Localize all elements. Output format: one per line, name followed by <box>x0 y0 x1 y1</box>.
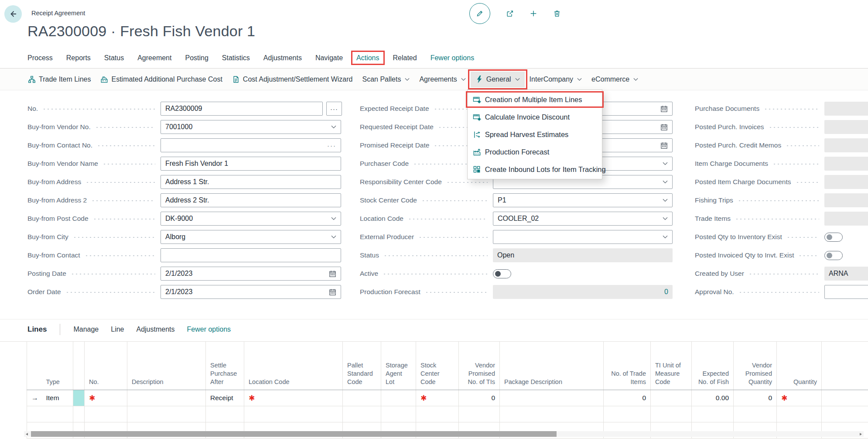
ribbon-scan-pallets-button[interactable]: Scan Pallets <box>357 72 414 87</box>
column-header-pallet-standard-code[interactable]: Pallet Standard Code <box>343 342 381 390</box>
grid-cell[interactable] <box>692 406 734 422</box>
ribbon-estimated-additional-purchase-cost-button[interactable]: Estimated Additional Purchase Cost <box>96 72 227 87</box>
tab-adjustments[interactable]: Adjustments <box>263 54 302 65</box>
toggle-posted-invoiced-qty-to-invt-exist[interactable] <box>824 251 843 260</box>
toggle-active[interactable] <box>493 269 511 278</box>
input-order-date[interactable]: 2/1/2023 <box>161 285 341 299</box>
column-header-settle-purchase-after[interactable]: Settle Purchase After <box>206 342 244 390</box>
menu-item-creation-of-multiple-item-lines[interactable]: Creation of Multiple Item Lines <box>468 91 602 108</box>
lines-menu-manage[interactable]: Manage <box>73 326 99 333</box>
input-posting-date[interactable]: 2/1/2023 <box>161 267 341 281</box>
input-stock-center-code[interactable]: P1 <box>493 193 673 207</box>
tab-related[interactable]: Related <box>393 54 417 65</box>
input-buy-from-post-code[interactable]: DK-9000 <box>161 212 341 226</box>
input-buy-from-contact-no[interactable]: ··· <box>161 138 341 152</box>
column-header-type[interactable]: Type <box>42 342 73 390</box>
menu-item-production-forecast[interactable]: Production Forecast <box>468 143 602 161</box>
grid-cell[interactable]: ✱ <box>416 390 459 406</box>
input-buy-from-address-2[interactable]: Address 2 Str. <box>161 193 341 207</box>
grid-cell[interactable]: Item <box>42 390 73 406</box>
horizontal-scrollbar[interactable] <box>24 431 864 437</box>
input-external-producer[interactable] <box>493 230 673 244</box>
tab-status[interactable]: Status <box>104 54 124 65</box>
grid-cell[interactable] <box>244 406 343 422</box>
assist-edit-button[interactable]: ··· <box>326 102 342 116</box>
grid-cell[interactable] <box>381 390 416 406</box>
back-button[interactable] <box>4 5 22 23</box>
ribbon-trade-item-lines-button[interactable]: Trade Item Lines <box>23 72 96 87</box>
grid-cell[interactable] <box>604 406 651 422</box>
grid-cell[interactable] <box>500 406 604 422</box>
menu-item-spread-harvest-estimates[interactable]: Spread Harvest Estimates <box>468 126 602 143</box>
column-header-no[interactable]: No. <box>85 342 127 390</box>
input-buy-from-vendor-no[interactable]: 7001000 <box>161 120 341 134</box>
grid-cell[interactable] <box>651 390 692 406</box>
grid-cell[interactable]: ✱ <box>244 390 343 406</box>
lines-menu-fewer-options[interactable]: Fewer options <box>187 326 231 333</box>
grid-cell[interactable] <box>127 406 206 422</box>
lines-menu-adjustments[interactable]: Adjustments <box>136 326 174 333</box>
grid-cell[interactable] <box>822 406 868 422</box>
grid-cell[interactable] <box>777 406 822 422</box>
column-header-stock-center-code[interactable]: Stock Center Code <box>416 342 459 390</box>
column-header-no-of-trade-items[interactable]: No. of Trade Items <box>604 342 651 390</box>
input-no[interactable]: RA2300009 <box>161 102 323 116</box>
ribbon-cost-adjustment-settlement-wizard-button[interactable]: Cost Adjustment/Settlement Wizard <box>227 72 358 87</box>
tab-statistics[interactable]: Statistics <box>222 54 250 65</box>
grid-cell[interactable]: ✱ <box>777 390 822 406</box>
scrollbar-thumb[interactable] <box>31 431 557 437</box>
grid-cell[interactable]: 0 <box>734 390 777 406</box>
column-header-vendor-promised-no-of-tis[interactable]: Vendor Promised No. of TIs <box>459 342 500 390</box>
column-header-storage-agent-lot[interactable]: Storage Agent Lot <box>381 342 416 390</box>
edit-button[interactable] <box>469 3 490 24</box>
column-header-description[interactable]: Description <box>127 342 206 390</box>
input-buy-from-address[interactable]: Address 1 Str. <box>161 175 341 189</box>
ellipsis-icon[interactable]: ··· <box>327 142 336 149</box>
new-button[interactable] <box>530 10 537 17</box>
grid-cell[interactable] <box>459 406 500 422</box>
grid-cell[interactable] <box>822 390 868 406</box>
column-header-quantity[interactable]: Quantity <box>777 342 822 390</box>
grid-cell[interactable] <box>500 390 604 406</box>
grid-cell[interactable]: Receipt <box>206 390 244 406</box>
menu-item-create-inbound-lots-for-item-tracking[interactable]: Create Inbound Lots for Item Tracking <box>468 161 602 178</box>
lines-menu-line[interactable]: Line <box>111 326 124 333</box>
grid-cell[interactable]: ✱ <box>85 390 127 406</box>
column-header-ti-unit-of-measure-code[interactable]: TI Unit of Measure Code <box>651 342 692 390</box>
ribbon-ecommerce-button[interactable]: eCommerce <box>587 72 643 87</box>
column-header-location-code[interactable]: Location Code <box>244 342 343 390</box>
input-location-code[interactable]: COOLER_02 <box>493 212 673 226</box>
tab-agreement[interactable]: Agreement <box>137 54 171 65</box>
grid-cell[interactable] <box>42 406 73 422</box>
tab-navigate[interactable]: Navigate <box>315 54 343 65</box>
share-button[interactable] <box>506 10 514 17</box>
tab-reports[interactable]: Reports <box>66 54 91 65</box>
column-header-package-description[interactable]: Package Description <box>500 342 604 390</box>
input-buy-from-vendor-name[interactable]: Fresh Fish Vendor 1 <box>161 157 341 171</box>
grid-cell[interactable] <box>85 406 127 422</box>
grid-cell[interactable] <box>206 406 244 422</box>
ribbon-general-button[interactable]: General <box>471 72 525 87</box>
tab-process[interactable]: Process <box>27 54 53 65</box>
toggle-posted-qty-to-inventory-exist[interactable] <box>824 233 843 242</box>
grid-cell[interactable]: 0 <box>459 390 500 406</box>
grid-cell[interactable] <box>734 406 777 422</box>
scroll-right-icon[interactable] <box>860 433 862 436</box>
ribbon-agreements-button[interactable]: Agreements <box>414 72 470 87</box>
grid-cell[interactable]: 0.00 <box>692 390 734 406</box>
ribbon-intercompany-button[interactable]: InterCompany <box>525 72 587 87</box>
column-header-expected-no-of-fish[interactable]: Expected No. of Fish <box>692 342 734 390</box>
grid-cell[interactable] <box>343 406 381 422</box>
grid-cell[interactable] <box>416 406 459 422</box>
grid-cell[interactable] <box>343 390 381 406</box>
input-buy-from-contact[interactable] <box>161 248 341 262</box>
grid-cell[interactable] <box>651 406 692 422</box>
grid-cell[interactable]: 0 <box>604 390 651 406</box>
column-header-vendor-promised-quantity[interactable]: Vendor Promised Quantity <box>734 342 777 390</box>
tab-fewer-options[interactable]: Fewer options <box>431 54 475 65</box>
tab-posting[interactable]: Posting <box>185 54 208 65</box>
delete-button[interactable] <box>553 10 561 17</box>
input-buy-from-city[interactable]: Alborg <box>161 230 341 244</box>
scroll-left-icon[interactable] <box>26 433 28 436</box>
tab-actions[interactable]: Actions <box>356 54 379 65</box>
